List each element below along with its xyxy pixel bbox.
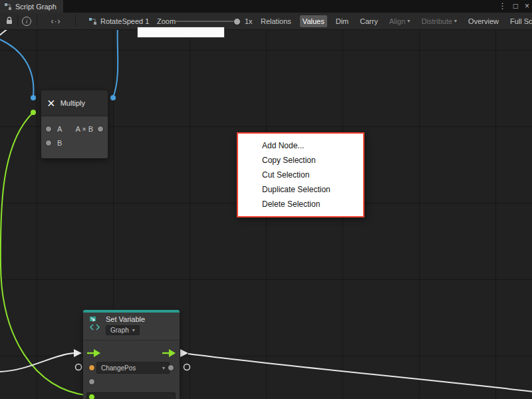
flow-input-port[interactable] bbox=[87, 349, 100, 357]
scope-label: Graph bbox=[110, 327, 129, 334]
menu-item-delete-selection[interactable]: Delete Selection bbox=[238, 197, 363, 211]
graph-reference-label: RotateSpeed 1 bbox=[100, 17, 149, 25]
overview-button[interactable]: Overview bbox=[466, 15, 501, 27]
titlebar: Script Graph ⋮ □ × bbox=[0, 0, 532, 13]
script-graph-window: Script Graph ⋮ □ × i ‹·› bbox=[0, 0, 532, 399]
values-button[interactable]: Values bbox=[300, 15, 327, 27]
lock-button[interactable] bbox=[3, 13, 16, 29]
info-button[interactable]: i bbox=[19, 13, 34, 29]
chevron-down-icon: ▾ bbox=[162, 365, 165, 371]
code-view-button[interactable]: ‹·› bbox=[39, 13, 73, 29]
node-title: Set Variable bbox=[106, 315, 145, 323]
multiply-icon: × bbox=[47, 96, 55, 110]
align-label: Align bbox=[389, 17, 405, 25]
node-header-text: Set Variable Graph ▾ bbox=[106, 315, 145, 340]
node-body: ChangePos ▾ bbox=[83, 340, 180, 399]
chevron-down-icon: ▾ bbox=[454, 18, 457, 24]
value-field[interactable] bbox=[86, 392, 176, 399]
port-row: A A × B bbox=[41, 122, 108, 136]
toolbar-buttons: Relations Values Dim Carry Align ▾ Distr… bbox=[258, 13, 532, 29]
toolbar-separator bbox=[75, 15, 76, 27]
window-title: Script Graph bbox=[15, 3, 57, 11]
port-output[interactable] bbox=[97, 126, 104, 132]
variable-scope-dropdown[interactable]: Graph ▾ bbox=[106, 325, 140, 335]
distribute-button[interactable]: Distribute ▾ bbox=[419, 15, 460, 27]
menu-item-cut-selection[interactable]: Cut Selection bbox=[238, 168, 363, 182]
maximize-button[interactable]: □ bbox=[513, 0, 518, 13]
info-icon: i bbox=[22, 17, 31, 26]
relations-button[interactable]: Relations bbox=[258, 15, 294, 27]
menu-item-add-node[interactable]: Add Node... bbox=[238, 138, 363, 153]
carry-button[interactable]: Carry bbox=[357, 15, 380, 27]
port-label-b: B bbox=[57, 139, 62, 147]
port-row: B bbox=[41, 136, 108, 150]
set-variable-icon bbox=[88, 315, 102, 331]
node-set-variable[interactable]: Set Variable Graph ▾ ChangePos ▾ bbox=[83, 310, 180, 399]
align-button[interactable]: Align ▾ bbox=[386, 15, 412, 27]
window-menu-button[interactable]: ⋮ bbox=[499, 0, 507, 13]
node-header[interactable]: Set Variable Graph ▾ bbox=[83, 313, 180, 340]
port-input-a[interactable] bbox=[45, 126, 52, 132]
dim-button[interactable]: Dim bbox=[333, 15, 352, 27]
port-label-output: A × B bbox=[75, 125, 93, 133]
value-output-port[interactable] bbox=[168, 364, 174, 371]
fullscreen-button[interactable]: Full Screen bbox=[507, 15, 532, 27]
chevron-down-icon: ▾ bbox=[132, 327, 135, 333]
node-title: Multiply bbox=[61, 99, 85, 107]
code-icon: ‹·› bbox=[51, 17, 61, 26]
chevron-down-icon: ▾ bbox=[408, 18, 410, 24]
value-input-port[interactable] bbox=[88, 364, 95, 371]
node-body: A A × B B bbox=[41, 116, 108, 158]
menu-item-copy-selection[interactable]: Copy Selection bbox=[238, 153, 363, 168]
node-multiply[interactable]: × Multiply A A × B B bbox=[41, 90, 108, 158]
lock-icon bbox=[5, 17, 13, 25]
menu-item-duplicate-selection[interactable]: Duplicate Selection bbox=[238, 182, 363, 197]
toolbar-separator bbox=[17, 15, 18, 27]
distribute-label: Distribute bbox=[422, 17, 452, 25]
zoom-slider-handle[interactable] bbox=[233, 18, 241, 25]
zoom-value: 1x bbox=[245, 13, 253, 29]
close-button[interactable]: × bbox=[525, 0, 529, 13]
floating-field[interactable] bbox=[137, 27, 225, 38]
wire-endpoint-green bbox=[88, 394, 95, 399]
zoom-slider-track[interactable] bbox=[176, 21, 237, 22]
toolbar-separator bbox=[37, 15, 37, 27]
script-graph-icon bbox=[4, 3, 12, 11]
tab-script-graph[interactable]: Script Graph bbox=[0, 0, 63, 13]
context-menu: Add Node... Copy Selection Cut Selection… bbox=[237, 132, 364, 217]
value-input-port-2[interactable] bbox=[88, 378, 95, 385]
variable-name-dropdown[interactable]: ChangePos ▾ bbox=[96, 362, 170, 374]
port-label-a: A bbox=[57, 125, 62, 133]
graph-asset-icon bbox=[88, 17, 97, 25]
flow-output-port[interactable] bbox=[162, 349, 176, 357]
variable-name-label: ChangePos bbox=[101, 364, 136, 372]
node-header[interactable]: × Multiply bbox=[41, 90, 108, 116]
port-input-b[interactable] bbox=[45, 140, 52, 146]
window-controls: ⋮ □ × bbox=[499, 0, 529, 13]
graph-toolbar: i ‹·› RotateSpeed 1 Zoom 1x Relations Va… bbox=[0, 13, 532, 30]
